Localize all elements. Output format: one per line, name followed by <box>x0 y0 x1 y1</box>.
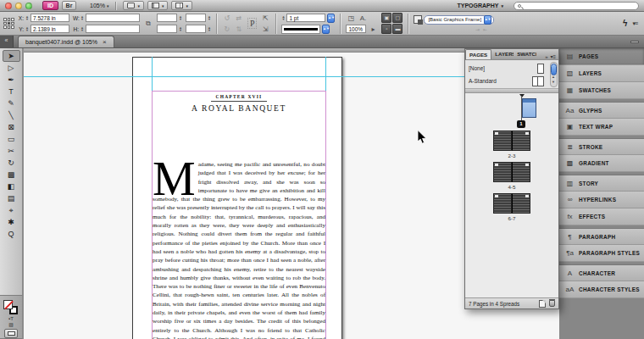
dock-grip[interactable] <box>630 41 639 43</box>
shear-stepper[interactable]: ▲▼ <box>208 26 211 31</box>
toolbar-collapse-button[interactable]: « <box>0 35 14 47</box>
tools-panel-eyedropper-tool[interactable]: ⌖ <box>3 204 20 216</box>
stroke-weight-dropdown[interactable]: ▲▼ <box>327 14 335 23</box>
delete-page-trash-icon[interactable] <box>549 300 555 307</box>
panel-dock-layers[interactable]: ▧ LAYERS <box>559 65 644 82</box>
stroke-weight-stepper[interactable]: ▲▼ <box>281 15 285 20</box>
panel-dock-text-wrap[interactable]: ▣ TEXT WRAP <box>559 119 644 136</box>
text-frame-content[interactable]: CHAPTER XVII A ROYAL BANQUET M adame, se… <box>153 92 325 339</box>
opacity-dropdown-arrow[interactable]: ▸ <box>368 25 378 34</box>
panel-dock-glyphs[interactable]: Aa GLYPHS <box>559 102 644 119</box>
stroke-weight-field[interactable]: 1 pt <box>286 14 325 22</box>
formatting-affects-buttons[interactable]: ▪T <box>3 315 19 321</box>
shear-angle-field[interactable] <box>186 25 206 33</box>
panel-dock-stroke[interactable]: ≣ STROKE <box>559 138 644 155</box>
quick-apply-icon[interactable]: ϟ <box>623 19 627 28</box>
panel-dock-story[interactable]: ▥ STORY <box>559 175 644 192</box>
center-content-button[interactable]: ▫ <box>381 24 391 34</box>
tools-panel-selection-tool[interactable]: ➤ <box>3 50 20 62</box>
scale-x-field[interactable] <box>157 14 177 22</box>
panel-dock-gradient[interactable]: ▩ GRADIENT <box>559 155 644 172</box>
tools-panel-zoom-tool[interactable]: Q <box>3 228 20 240</box>
tools-panel-rectangle-frame-tool[interactable]: ⊠ <box>3 121 20 133</box>
workspace-switcher[interactable]: TYPOGRAPHY ▾ <box>457 3 510 8</box>
panel-dock-pages[interactable]: ▤ PAGES <box>559 48 644 65</box>
panel-dock-swatches[interactable]: ▦ SWATCHES <box>559 82 644 99</box>
fill-frame-button[interactable]: ▣ <box>381 13 391 23</box>
window-minimize-button[interactable] <box>15 3 22 9</box>
height-stepper[interactable]: ▲▼ <box>80 26 84 31</box>
height-field[interactable] <box>86 25 140 33</box>
bridge-button[interactable]: Br <box>62 1 76 10</box>
screen-mode-button[interactable]: ▾ <box>147 1 169 10</box>
rotation-angle-field[interactable] <box>186 14 206 22</box>
flip-horizontal-icon[interactable]: ⇄ <box>234 14 244 23</box>
panel-dock-hyperlinks[interactable]: ∞ HYPERLINKS <box>559 192 644 208</box>
tools-panel-pen-tool[interactable]: ✒ <box>3 74 20 86</box>
stroke-style-dropdown-arrow[interactable]: ▲▼ <box>322 25 330 34</box>
panel-overflow-icon[interactable]: » <box>545 54 547 59</box>
effects-icon[interactable]: A. <box>358 14 368 23</box>
rotate-cw-icon[interactable]: ↻ <box>222 25 232 34</box>
tools-panel-line-tool[interactable]: ╲ <box>3 109 20 121</box>
constrain-proportions-link-icon[interactable]: ⧉ <box>143 19 153 28</box>
corner-options-icon[interactable]: ◳ <box>346 14 356 23</box>
panel-dock-character[interactable]: A CHARACTER <box>559 264 644 281</box>
tab-layers[interactable]: LAYERS <box>491 49 514 59</box>
fill-stroke-swatches[interactable] <box>3 300 19 315</box>
screen-mode-toggle[interactable] <box>4 329 18 338</box>
view-options-button[interactable]: ▾ <box>123 1 144 10</box>
select-container-icon[interactable]: ⇱ <box>260 14 270 23</box>
panel-dock-character-styles[interactable]: aA CHARACTER STYLES <box>559 281 644 298</box>
tab-pages[interactable]: PAGES <box>465 49 491 59</box>
x-stepper[interactable]: ▲▼ <box>25 15 29 20</box>
tools-panel-pencil-tool[interactable]: ✎ <box>3 97 20 109</box>
stroke-style-dropdown[interactable] <box>281 25 320 34</box>
spread-thumbnail[interactable]: 4-5 <box>465 162 558 190</box>
scroll-up-icon[interactable]: ▲ <box>551 75 556 79</box>
scrollbar-thumb[interactable] <box>551 64 557 75</box>
scale-x-stepper[interactable]: ▲▼ <box>179 15 182 20</box>
clear-overrides-icon[interactable]: ⇤ <box>483 26 487 32</box>
master-page-a-standard[interactable]: A-Standard <box>469 75 555 87</box>
tools-panel-hand-tool[interactable]: ✱ <box>3 216 20 228</box>
arrange-documents-button[interactable]: ▾ <box>171 1 192 10</box>
opacity-field[interactable]: 100% <box>346 25 366 33</box>
tools-panel-type-tool[interactable]: T <box>3 86 20 97</box>
flip-vertical-icon[interactable]: ⇅ <box>234 25 244 34</box>
y-stepper[interactable]: ▲▼ <box>25 26 29 31</box>
create-new-page-icon[interactable] <box>539 300 546 308</box>
fit-content-button[interactable]: ▢ <box>392 13 402 23</box>
reference-point-proxy[interactable] <box>3 18 14 29</box>
tools-panel-rotate-tool[interactable]: ↻ <box>3 157 20 169</box>
panel-menu-icon[interactable]: ▾≡ <box>550 53 556 59</box>
width-stepper[interactable]: ▲▼ <box>80 15 84 20</box>
masters-scrollbar[interactable]: ▲ ▼ <box>550 62 558 87</box>
window-zoom-button[interactable] <box>25 3 32 9</box>
object-style-dropdown[interactable]: [Basic Graphics Frame] ▲▼ <box>424 15 494 25</box>
scale-y-field[interactable] <box>157 25 177 33</box>
tools-panel-rectangle-tool[interactable]: ▭ <box>3 133 20 145</box>
scale-y-stepper[interactable]: ▲▼ <box>179 26 182 31</box>
rotation-stepper[interactable]: ▲▼ <box>208 15 211 20</box>
control-panel-menu-icon[interactable]: ▾≡ <box>632 20 637 27</box>
search-box[interactable] <box>514 2 639 10</box>
break-link-style-icon[interactable]: ⇥ <box>475 26 480 32</box>
fill-swatch-none[interactable] <box>3 300 13 309</box>
y-position-field[interactable]: 2.1389 in <box>31 25 69 33</box>
apply-color-button[interactable]: ▨ <box>3 321 19 327</box>
close-icon[interactable]: × <box>103 39 107 46</box>
spread-thumbnail[interactable]: 2-3 <box>465 131 558 158</box>
search-input[interactable] <box>524 3 635 8</box>
select-content-icon[interactable]: ⇲ <box>260 25 270 34</box>
tools-panel-direct-selection-tool[interactable]: ▷ <box>3 62 20 74</box>
rotate-ccw-icon[interactable]: ↺ <box>222 14 232 23</box>
panel-dock-effects[interactable]: fx EFFECTS <box>559 208 644 225</box>
panel-dock-paragraph[interactable]: ¶ PARAGRAPH <box>559 228 644 245</box>
zoom-level-dropdown[interactable]: 105% ▾ <box>90 3 108 8</box>
window-close-button[interactable] <box>5 3 12 9</box>
scroll-down-icon[interactable]: ▼ <box>551 81 556 84</box>
tools-panel-scissors-tool[interactable]: ✂ <box>3 145 20 157</box>
tools-panel-gradient-tool[interactable]: ▩ <box>3 169 20 181</box>
object-style-dropdown-arrow[interactable]: ▲▼ <box>484 15 491 25</box>
